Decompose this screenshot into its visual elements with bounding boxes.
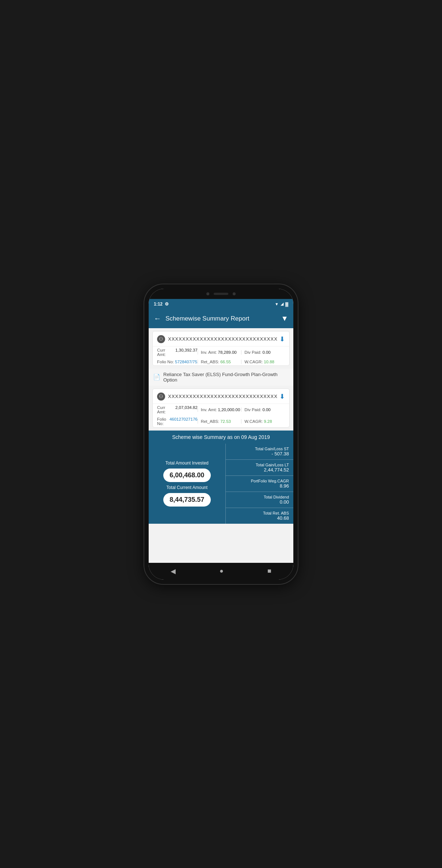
curr-amt-value-1: 1,30,392.37 — [175, 348, 198, 357]
section-title-text: Reliance Tax Saver (ELSS) Fund-Growth Pl… — [163, 372, 289, 383]
main-content: ⚇ XXXXXXXXXXXXXXXXXXXXXXXXXXXXXXX ⬇ Curr… — [149, 328, 293, 563]
ret-abs-value-1: 66.55 — [220, 360, 231, 364]
time-display: 1:12 — [154, 302, 163, 307]
total-ret-abs-label: Total Ret. ABS — [263, 511, 289, 515]
summary-right: Total Gain/Loss ST - 507.38 Total Gain/L… — [225, 444, 294, 524]
portfolio-cagr-row: PortFolio Weg.CAGR 8.96 — [226, 476, 294, 492]
card2-wcagr: W.CAGR: 9.28 — [241, 419, 285, 424]
inv-amt-label-1: Inv. Amt: — [201, 350, 217, 355]
curr-amt-label-2: Curr Amt: — [157, 405, 174, 414]
total-ret-abs-value: 40.68 — [277, 515, 289, 521]
total-dividend-label: Total Dividend — [264, 495, 289, 499]
card1-div-paid: Div Paid: 0.00 — [241, 350, 285, 355]
filter-icon[interactable]: ▼ — [281, 314, 288, 323]
card2-row2: Folio No: 460127027176 Ret_ABS: 72.53 W.… — [153, 416, 289, 427]
inv-amt-value-2: 1,20,000.00 — [218, 408, 240, 412]
current-value-box: 8,44,735.57 — [163, 493, 211, 507]
gain-loss-st-row: Total Gain/Loss ST - 507.38 — [226, 444, 294, 460]
portfolio-cagr-value: 8.96 — [280, 483, 289, 489]
wcagr-value-1: 10.88 — [264, 360, 274, 364]
card2-inv-amt: Inv. Amt: 1,20,000.00 — [198, 408, 241, 412]
card2-folio: Folio No: 460127027176 — [157, 417, 198, 426]
gain-loss-lt-row: Total Gain/Loss LT 2,44,774.52 — [226, 460, 294, 476]
div-paid-label-2: Div Paid: — [244, 408, 261, 412]
card2-row1: Curr Amt: 2,07,034.82 Inv. Amt: 1,20,000… — [153, 404, 289, 416]
app-bar: ← Schemewise Summary Report ▼ — [149, 309, 293, 328]
gain-loss-lt-label: Total Gain/Loss LT — [256, 463, 289, 467]
div-paid-label-1: Div Paid: — [244, 350, 261, 355]
inv-amt-label-2: Inv. Amt: — [201, 408, 217, 412]
card1-masked-id: XXXXXXXXXXXXXXXXXXXXXXXXXXXXXXX — [168, 336, 278, 342]
card1-wcagr: W.CAGR: 10.88 — [241, 360, 285, 364]
back-button[interactable]: ← — [154, 314, 161, 323]
camera — [206, 292, 209, 295]
card1-header: ⚇ XXXXXXXXXXXXXXXXXXXXXXXXXXXXXXX ⬇ — [153, 331, 289, 346]
summary-body: Total Amount Invested 6,00,468.00 Total … — [149, 444, 293, 524]
folio-label-2: Folio No: — [157, 417, 168, 426]
card2-div-paid: Div Paid: 0.00 — [241, 408, 285, 412]
card1-header-left: ⚇ XXXXXXXXXXXXXXXXXXXXXXXXXXXXXXX — [157, 335, 279, 343]
card1-folio: Folio No: 5728407/75 — [157, 360, 198, 364]
wcagr-value-2: 9.28 — [264, 419, 272, 424]
page-title: Schemewise Summary Report — [165, 315, 277, 322]
total-ret-abs-row: Total Ret. ABS 40.68 — [226, 508, 294, 524]
card2-curr-amt: Curr Amt: 2,07,034.82 — [157, 405, 198, 414]
nav-back-button[interactable]: ◀ — [171, 567, 176, 575]
invested-value-box: 6,00,468.00 — [163, 469, 211, 482]
total-dividend-row: Total Dividend 0.00 — [226, 492, 294, 508]
inv-amt-value-1: 78,289.00 — [218, 350, 237, 355]
ret-abs-value-2: 72.53 — [220, 419, 231, 424]
ret-abs-label-1: Ret_ABS: — [201, 360, 220, 364]
card2-header: ⚇ XXXXXXXXXXXXXXXXXXXXXXXXXXXXXXX ⬇ — [153, 389, 289, 404]
scheme-card-1: ⚇ XXXXXXXXXXXXXXXXXXXXXXXXXXXXXXX ⬇ Curr… — [152, 331, 290, 366]
signal-icon: ◢ — [281, 302, 283, 306]
card1-ret-abs: Ret_ABS: 66.55 — [198, 360, 241, 364]
curr-amt-value-2: 2,07,034.82 — [175, 405, 198, 414]
status-bar: 1:12 ⚙ ▼ ◢ ▓ — [149, 299, 293, 309]
wifi-icon: ▼ — [275, 302, 279, 306]
wcagr-label-1: W.CAGR: — [244, 360, 263, 364]
curr-amt-label-1: Curr Amt: — [157, 348, 174, 357]
phone-top-bar — [149, 289, 293, 299]
bottom-nav: ◀ ● ■ — [149, 563, 293, 580]
folio-label-1: Folio No: — [157, 360, 174, 364]
scheme-card-2: ⚇ XXXXXXXXXXXXXXXXXXXXXXXXXXXXXXX ⬇ Curr… — [152, 388, 290, 428]
card1-inv-amt: Inv. Amt: 78,289.00 — [198, 350, 241, 355]
speaker — [214, 293, 228, 295]
sensor — [233, 292, 236, 295]
div-paid-value-1: 0.00 — [262, 350, 270, 355]
ret-abs-label-2: Ret_ABS: — [201, 419, 220, 424]
folio-value-1: 5728407/75 — [175, 360, 197, 364]
total-dividend-value: 0.00 — [280, 499, 289, 505]
user-icon-2: ⚇ — [157, 393, 165, 401]
settings-icon: ⚙ — [165, 302, 169, 307]
invested-label: Total Amount Invested — [165, 460, 209, 466]
summary-section: Scheme wise Summary as on 09 Aug 2019 To… — [149, 431, 293, 524]
doc-icon: 📄 — [153, 374, 160, 380]
card1-curr-amt: Curr Amt: 1,30,392.37 — [157, 348, 198, 357]
download-icon-1[interactable]: ⬇ — [279, 335, 285, 343]
gain-loss-st-value: - 507.38 — [271, 451, 289, 456]
gain-loss-st-label: Total Gain/Loss ST — [255, 447, 289, 451]
portfolio-cagr-label: PortFolio Weg.CAGR — [251, 479, 289, 483]
nav-home-button[interactable]: ● — [220, 567, 224, 575]
wcagr-label-2: W.CAGR: — [244, 419, 263, 424]
summary-header: Scheme wise Summary as on 09 Aug 2019 — [149, 431, 293, 444]
battery-icon: ▓ — [285, 302, 288, 306]
section-title: 📄 Reliance Tax Saver (ELSS) Fund-Growth … — [149, 369, 293, 386]
card1-row2: Folio No: 5728407/75 Ret_ABS: 66.55 W.CA… — [153, 358, 289, 365]
nav-recent-button[interactable]: ■ — [267, 567, 271, 575]
folio-value-2: 460127027176 — [169, 417, 198, 426]
card2-masked-id: XXXXXXXXXXXXXXXXXXXXXXXXXXXXXXX — [168, 394, 278, 399]
div-paid-value-2: 0.00 — [262, 408, 270, 412]
current-label: Total Current Amount — [166, 485, 207, 490]
download-icon-2[interactable]: ⬇ — [279, 393, 285, 401]
card1-row1: Curr Amt: 1,30,392.37 Inv. Amt: 78,289.0… — [153, 346, 289, 358]
card2-header-left: ⚇ XXXXXXXXXXXXXXXXXXXXXXXXXXXXXXX — [157, 393, 279, 401]
summary-left: Total Amount Invested 6,00,468.00 Total … — [149, 444, 225, 524]
card2-ret-abs: Ret_ABS: 72.53 — [198, 419, 241, 424]
gain-loss-lt-value: 2,44,774.52 — [264, 467, 289, 473]
user-icon: ⚇ — [157, 335, 165, 343]
